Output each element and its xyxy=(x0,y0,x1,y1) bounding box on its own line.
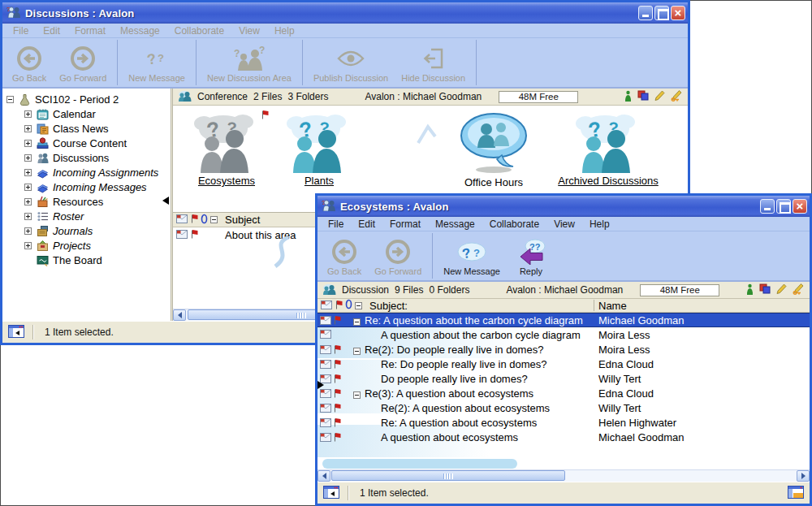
person-status-icon[interactable] xyxy=(624,90,632,104)
pane-resize-arrow[interactable] xyxy=(317,381,324,389)
tree-item-resources[interactable]: Resources xyxy=(2,194,171,209)
layers-icon[interactable] xyxy=(637,90,649,103)
pencil-key-icon[interactable] xyxy=(793,283,805,297)
tree-item-incoming-assignments[interactable]: Incoming Assignments xyxy=(2,165,171,179)
titlebar-ecosystems[interactable]: ? Ecosystems : Avalon xyxy=(317,196,810,217)
person-status-icon[interactable] xyxy=(746,283,754,297)
w2-go-back-button[interactable]: Go Back xyxy=(321,233,368,279)
thread-row[interactable]: Re(2): Do people really live in domes?Mo… xyxy=(317,342,810,357)
area-icon-archived-discussions[interactable]: ??Archived Discussions xyxy=(538,110,678,188)
thread-author: Michael Goodman xyxy=(598,431,685,443)
scroll-left-button[interactable] xyxy=(317,470,330,482)
expand-box-icon[interactable] xyxy=(24,125,32,132)
scroll-left-button[interactable] xyxy=(173,309,186,321)
pencil-icon[interactable] xyxy=(776,283,787,296)
collapse-box-icon[interactable] xyxy=(353,316,361,328)
expand-box-icon[interactable] xyxy=(24,140,32,147)
tree-item-course-content[interactable]: Course Content xyxy=(2,136,171,150)
tree-item-discussions[interactable]: Discussions xyxy=(2,150,171,165)
w2-menu-collaborate[interactable]: Collaborate xyxy=(482,218,546,230)
column-divider[interactable] xyxy=(594,300,594,311)
maximize-button[interactable] xyxy=(776,199,791,214)
scrollbar-track[interactable] xyxy=(330,470,797,482)
expand-box-icon[interactable] xyxy=(24,154,32,162)
area-icon-office-hours[interactable]: Office Hours xyxy=(441,110,546,189)
w1-publish-discussion-button[interactable]: Publish Discussion xyxy=(307,40,395,85)
w1-menu-collaborate[interactable]: Collaborate xyxy=(167,25,231,37)
collapse-pane-arrow[interactable] xyxy=(162,197,169,205)
thread-row[interactable]: Re: A question about ecosystemsHelen Hig… xyxy=(317,415,810,430)
thread-row[interactable]: Do people really live in domes?Willy Ter… xyxy=(317,371,810,386)
collapse-box-icon[interactable] xyxy=(353,345,361,357)
maximize-button[interactable] xyxy=(654,6,669,20)
expand-box-icon[interactable] xyxy=(24,227,32,235)
w1-hide-discussion-button[interactable]: Hide Discussion xyxy=(395,40,472,85)
tree-item-sci102-period-2[interactable]: SCI102 - Period 2 xyxy=(2,92,171,106)
tree-item-the-board[interactable]: The Board xyxy=(2,253,171,267)
pane-toggle-icon[interactable] xyxy=(8,325,24,340)
thread-row[interactable]: A question about the carbon cycle diagra… xyxy=(317,327,810,342)
subject-column-header: Subject xyxy=(225,214,260,226)
tree-item-incoming-messages[interactable]: Incoming Messages xyxy=(2,179,171,194)
scrollbar-thumb[interactable] xyxy=(331,470,565,481)
collapse-box-icon[interactable] xyxy=(6,96,14,103)
area-icon-ecosystems[interactable]: ??Ecosystems xyxy=(181,110,272,188)
thread-row[interactable]: Re(3): A question about ecosystemsEdna C… xyxy=(317,386,810,400)
minimize-button[interactable] xyxy=(638,6,653,20)
close-button[interactable] xyxy=(671,6,685,20)
expand-box-icon[interactable] xyxy=(24,198,32,205)
expand-box-icon[interactable] xyxy=(24,242,32,249)
w2-menu-format[interactable]: Format xyxy=(382,218,428,230)
flag-icon xyxy=(335,300,343,312)
titlebar-discussions[interactable]: ? Discussions : Avalon xyxy=(2,2,688,24)
w1-menu-format[interactable]: Format xyxy=(67,25,113,37)
w2-go-forward-button[interactable]: Go Forward xyxy=(368,233,428,279)
close-button[interactable] xyxy=(793,199,807,214)
collapse-box-icon[interactable] xyxy=(210,214,218,226)
thread-column-header[interactable]: Subject: Name xyxy=(317,299,810,313)
envelope-icon xyxy=(176,229,188,241)
collapse-box-icon[interactable] xyxy=(353,389,361,401)
w1-menu-help[interactable]: Help xyxy=(267,25,302,37)
w2-menu-help[interactable]: Help xyxy=(582,218,617,230)
tree-item-calendar[interactable]: Calendar xyxy=(2,106,171,121)
w1-go-back-button[interactable]: Go Back xyxy=(6,40,53,85)
thread-row[interactable]: Re: Do people really live in domes?Edna … xyxy=(317,357,810,371)
tree-item-class-news[interactable]: Class News xyxy=(2,121,171,136)
w2-new-message-button[interactable]: ??New Message xyxy=(437,233,507,279)
w2-menu-file[interactable]: File xyxy=(321,218,351,230)
w2-reply-button[interactable]: ??Reply xyxy=(507,233,555,279)
w1-go-forward-button[interactable]: Go Forward xyxy=(53,40,113,85)
pencil-icon[interactable] xyxy=(654,90,665,103)
pencil-key-icon[interactable] xyxy=(671,90,683,104)
expand-box-icon[interactable] xyxy=(24,213,32,220)
account-name: Avalon : Michael Goodman xyxy=(365,91,482,102)
message-icons xyxy=(320,432,341,442)
area-icon-plants[interactable]: ??Plants xyxy=(280,110,358,188)
w1-menu-file[interactable]: File xyxy=(6,25,36,37)
w2-menu-edit[interactable]: Edit xyxy=(351,218,382,230)
w1-new-message-button[interactable]: ??New Message xyxy=(122,40,192,85)
w2-menu-message[interactable]: Message xyxy=(428,218,482,230)
w2-menu-view[interactable]: View xyxy=(546,218,582,230)
view-mode-icon[interactable] xyxy=(788,486,804,501)
thread-row[interactable]: A question about ecosystemsMichael Goodm… xyxy=(317,430,810,444)
expand-box-icon[interactable] xyxy=(24,184,32,191)
collapse-box-icon[interactable] xyxy=(355,300,362,312)
layers-icon[interactable] xyxy=(759,283,771,296)
pane-toggle-icon[interactable] xyxy=(323,486,339,501)
go-forward-icon xyxy=(385,236,411,266)
expand-box-icon[interactable] xyxy=(24,110,32,118)
tree-item-roster[interactable]: Roster xyxy=(2,209,171,223)
tree-item-projects[interactable]: Projects xyxy=(2,238,171,253)
minimize-button[interactable] xyxy=(760,199,775,214)
thread-row[interactable]: Re: A question about the carbon cycle di… xyxy=(317,313,810,327)
w1-new-discussion-area-button[interactable]: ??New Discussion Area xyxy=(201,40,298,85)
tree-item-journals[interactable]: Journals xyxy=(2,223,171,238)
w1-menu-view[interactable]: View xyxy=(231,25,267,37)
scroll-right-button[interactable] xyxy=(797,470,810,482)
thread-row[interactable]: Re(2): A question about ecosystemsWilly … xyxy=(317,400,810,415)
expand-box-icon[interactable] xyxy=(24,169,32,176)
w1-menu-message[interactable]: Message xyxy=(113,25,167,37)
w1-menu-edit[interactable]: Edit xyxy=(36,25,67,37)
